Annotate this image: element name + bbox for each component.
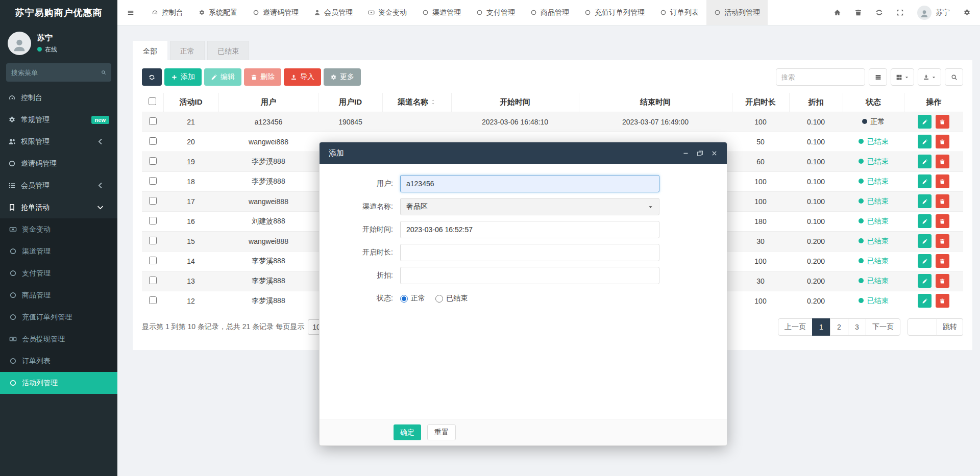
- home-icon[interactable]: [834, 9, 841, 16]
- sidebar-item-members[interactable]: 会员管理: [0, 174, 117, 196]
- table-search-input[interactable]: [776, 68, 865, 86]
- fullscreen-icon[interactable]: [896, 9, 904, 16]
- row-checkbox[interactable]: [149, 296, 157, 304]
- jump-button[interactable]: 跳转: [937, 318, 963, 336]
- nav-tab-funds[interactable]: 资金变动: [360, 0, 414, 25]
- start-time-field[interactable]: [400, 221, 659, 238]
- sidebar-subitem-activities[interactable]: 活动列管理: [0, 372, 117, 394]
- sidebar-item-invitecode[interactable]: 邀请码管理: [0, 153, 117, 174]
- confirm-button[interactable]: 确定: [394, 424, 421, 440]
- sidebar-subitem-funds[interactable]: 资金变动: [0, 218, 117, 240]
- row-checkbox[interactable]: [149, 277, 157, 284]
- sidebar-item-general[interactable]: 常规管理new: [0, 109, 117, 131]
- row-delete-button[interactable]: [936, 155, 949, 168]
- row-edit-button[interactable]: [918, 234, 932, 248]
- nav-tab-invitecode[interactable]: 邀请码管理: [245, 0, 306, 25]
- delete-button[interactable]: 删除: [244, 68, 281, 86]
- duration-field[interactable]: [400, 244, 659, 261]
- row-edit-button[interactable]: [918, 254, 932, 268]
- row-checkbox[interactable]: [149, 137, 157, 145]
- row-delete-button[interactable]: [936, 194, 949, 208]
- row-checkbox[interactable]: [149, 177, 157, 185]
- refresh-button[interactable]: [142, 68, 162, 86]
- sidebar-subitem-orders[interactable]: 订单列表: [0, 350, 117, 372]
- row-checkbox[interactable]: [149, 117, 157, 125]
- tab-normal[interactable]: 正常: [170, 41, 205, 60]
- status-ended-radio[interactable]: 已结束: [435, 294, 468, 303]
- sidebar-item-permissions[interactable]: 权限管理: [0, 131, 117, 153]
- sidebar-toggle-button[interactable]: [117, 0, 144, 25]
- nav-tab-recharge-orders[interactable]: 充值订单列管理: [577, 0, 652, 25]
- nav-tab-orders[interactable]: 订单列表: [652, 0, 706, 25]
- row-delete-button[interactable]: [936, 254, 949, 268]
- search-button[interactable]: [945, 68, 963, 86]
- row-edit-button[interactable]: [918, 115, 932, 129]
- row-edit-button[interactable]: [918, 214, 932, 228]
- sidebar-item-grab-activity[interactable]: 抢单活动: [0, 196, 117, 218]
- columns-button[interactable]: [891, 68, 914, 86]
- nav-tab-dashboard[interactable]: 控制台: [144, 0, 191, 25]
- row-edit-button[interactable]: [918, 194, 932, 208]
- navbar-user-menu[interactable]: 苏宁: [917, 6, 950, 20]
- row-delete-button[interactable]: [936, 234, 949, 248]
- prev-page-button[interactable]: 上一页: [778, 318, 813, 336]
- row-edit-button[interactable]: [918, 155, 932, 168]
- discount-field[interactable]: [400, 267, 659, 284]
- export-button[interactable]: [918, 68, 941, 86]
- nav-tab-payments[interactable]: 支付管理: [469, 0, 523, 25]
- maximize-icon[interactable]: [697, 150, 703, 157]
- reset-button[interactable]: 重置: [427, 424, 456, 440]
- row-delete-button[interactable]: [936, 174, 949, 188]
- nav-tab-channels[interactable]: 渠道管理: [414, 0, 469, 25]
- edit-button[interactable]: 编辑: [204, 68, 241, 86]
- more-button[interactable]: 更多: [324, 68, 361, 86]
- sidebar-item-dashboard[interactable]: 控制台: [0, 87, 117, 109]
- row-delete-button[interactable]: [936, 214, 949, 228]
- user-field[interactable]: [400, 175, 659, 192]
- nav-tab-members[interactable]: 会员管理: [306, 0, 360, 25]
- toggle-view-button[interactable]: [869, 68, 887, 86]
- row-delete-button[interactable]: [936, 294, 949, 308]
- minimize-icon[interactable]: [682, 150, 689, 157]
- sidebar-subitem-channels[interactable]: 渠道管理: [0, 240, 117, 262]
- add-button[interactable]: 添加: [164, 68, 202, 86]
- row-checkbox[interactable]: [149, 197, 157, 205]
- jump-page-input[interactable]: [908, 318, 937, 336]
- close-icon[interactable]: [711, 150, 718, 157]
- sidebar-search-input[interactable]: [11, 69, 101, 77]
- status-normal-radio[interactable]: 正常: [400, 294, 425, 303]
- nav-tab-activities[interactable]: 活动列管理: [706, 0, 768, 25]
- row-checkbox[interactable]: [149, 257, 157, 264]
- search-icon[interactable]: [101, 69, 106, 76]
- channel-select[interactable]: 奢品区: [400, 198, 659, 215]
- trash-icon[interactable]: [854, 9, 862, 16]
- row-checkbox[interactable]: [149, 217, 157, 224]
- row-delete-button[interactable]: [936, 115, 949, 129]
- next-page-button[interactable]: 下一页: [866, 318, 900, 336]
- settings-gear-icon[interactable]: [963, 9, 971, 16]
- row-edit-button[interactable]: [918, 174, 932, 188]
- page-button-3[interactable]: 3: [848, 318, 866, 336]
- nav-tab-sysconfig[interactable]: 系统配置: [191, 0, 245, 25]
- dialog-titlebar[interactable]: 添加: [320, 142, 727, 164]
- row-delete-button[interactable]: [936, 135, 949, 148]
- row-edit-button[interactable]: [918, 274, 932, 288]
- select-all-checkbox[interactable]: [149, 97, 156, 105]
- nav-tab-products[interactable]: 商品管理: [523, 0, 577, 25]
- row-checkbox[interactable]: [149, 237, 157, 244]
- row-checkbox[interactable]: [149, 157, 157, 165]
- page-button-1[interactable]: 1: [812, 318, 830, 336]
- tab-all[interactable]: 全部: [133, 41, 167, 60]
- col-channel[interactable]: 渠道名称: [382, 93, 451, 112]
- sidebar-subitem-products[interactable]: 商品管理: [0, 284, 117, 306]
- import-button[interactable]: 导入: [284, 68, 321, 86]
- page-button-2[interactable]: 2: [830, 318, 848, 336]
- row-edit-button[interactable]: [918, 135, 932, 148]
- row-edit-button[interactable]: [918, 294, 932, 308]
- sidebar-subitem-recharge-orders[interactable]: 充值订单列管理: [0, 306, 117, 328]
- row-delete-button[interactable]: [936, 274, 949, 288]
- sidebar-subitem-withdrawals[interactable]: 会员提现管理: [0, 328, 117, 350]
- tab-ended[interactable]: 已结束: [207, 41, 249, 60]
- sidebar-subitem-payments[interactable]: 支付管理: [0, 262, 117, 284]
- refresh-cache-icon[interactable]: [875, 9, 883, 16]
